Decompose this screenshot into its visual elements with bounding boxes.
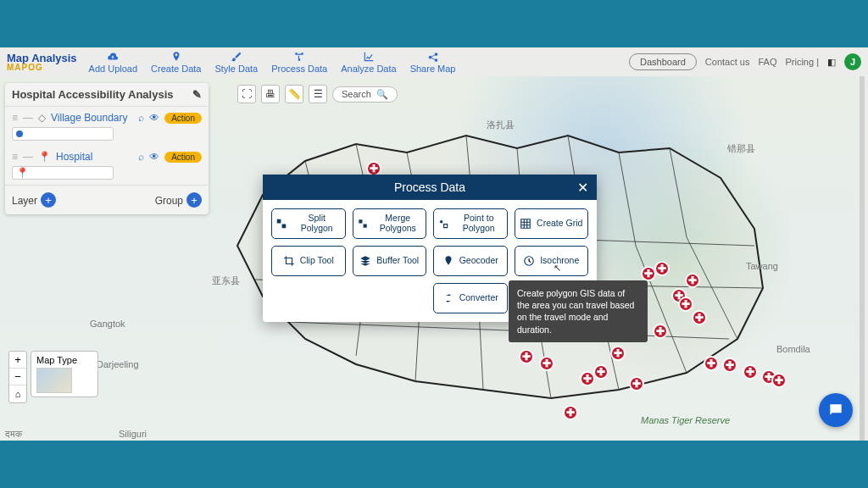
share-icon [427, 51, 439, 63]
cloud-upload-icon [107, 51, 119, 63]
collapse-icon[interactable]: — [23, 151, 33, 163]
hospital-marker[interactable] [563, 405, 578, 420]
layer-name[interactable]: Hospital [56, 151, 133, 163]
drag-handle-icon[interactable]: ≡ [12, 112, 18, 124]
share-map-button[interactable]: Share Map [410, 51, 456, 74]
dashboard-button[interactable]: Dashboard [629, 53, 697, 70]
hospital-marker[interactable] [692, 310, 707, 325]
visibility-icon[interactable]: 👁 [149, 151, 159, 163]
app-logo: Map Analysis MAPOG [7, 53, 77, 72]
reset-view-button[interactable]: ⌂ [9, 385, 26, 402]
layer-swatch[interactable] [12, 127, 114, 141]
label-reserve: Manas Tiger Reserve [641, 415, 730, 425]
label-cn2: 洛扎县 [487, 119, 515, 131]
cube-icon[interactable]: ◧ [827, 57, 836, 68]
style-data-button[interactable]: Style Data [214, 51, 258, 74]
hospital-marker[interactable] [685, 273, 700, 288]
tool-clip[interactable]: Clip Tool [271, 246, 346, 276]
analyze-data-button[interactable]: Analyze Data [341, 51, 396, 74]
layer-hospital: ≡ — 📍 Hospital ⌕ 👁 Action 📍 [5, 146, 209, 185]
label-darjeeling: Darjeeling [97, 359, 139, 369]
layer-action-button[interactable]: Action [164, 152, 202, 163]
map-type-picker[interactable]: Map Type [31, 351, 98, 397]
layer-swatch[interactable]: 📍 [12, 166, 114, 180]
polygon-icon: ◇ [38, 112, 46, 124]
header-right-links: Contact us FAQ Pricing | ◧ J [705, 53, 861, 70]
footer-group-label: Group+ [155, 192, 202, 208]
hospital-marker[interactable] [610, 346, 626, 361]
tool-converter[interactable]: Converter [433, 283, 508, 313]
zoom-out-button[interactable]: − [9, 369, 26, 385]
hospital-marker[interactable] [771, 373, 787, 388]
tool-geocoder[interactable]: Geocoder [433, 246, 508, 276]
label-tawang: Tawang [746, 261, 778, 271]
hospital-marker[interactable] [743, 364, 758, 380]
avatar[interactable]: J [844, 53, 861, 70]
create-data-button[interactable]: Create Data [151, 51, 201, 74]
label-gangtok: Gangtok [90, 319, 125, 329]
ruler-icon[interactable]: ☰ [309, 85, 327, 103]
hospital-marker[interactable] [593, 364, 609, 380]
logo-line2: MAPOG [7, 64, 77, 72]
tool-isochrone[interactable]: Isochrone [515, 246, 589, 276]
zoom-in-button[interactable]: + [9, 352, 26, 369]
maptype-label: Map Type [36, 355, 77, 365]
fullscreen-icon[interactable]: ⛶ [237, 85, 256, 103]
edit-title-icon[interactable]: ✎ [192, 88, 202, 101]
top-toolbar: Map Analysis MAPOG Add Upload Create Dat… [0, 47, 868, 76]
layer-name[interactable]: Village Boundary [51, 112, 133, 124]
tool-create-grid[interactable]: Create Grid [515, 208, 589, 239]
toolbar-items: Add Upload Create Data Style Data Proces… [89, 51, 456, 74]
layer-village-boundary: ≡ — ◇ Village Boundary ⌕ 👁 Action [5, 107, 209, 146]
search-icon: 🔍 [376, 89, 388, 100]
layer-action-button[interactable]: Action [164, 113, 202, 124]
label-siliguri: Siliguri [119, 429, 147, 439]
hospital-marker[interactable] [678, 297, 693, 312]
search-input[interactable]: Search 🔍 [332, 86, 398, 103]
hospital-marker[interactable] [519, 349, 534, 364]
svg-point-0 [440, 220, 443, 224]
pricing-link[interactable]: Pricing | [785, 57, 819, 67]
label-cn1: 亚东县 [212, 274, 240, 287]
panel-title: Hospital Accessibility Analysis [12, 88, 174, 101]
zoom-to-icon[interactable]: ⌕ [138, 112, 144, 124]
add-group-button[interactable]: + [186, 192, 202, 208]
print-icon[interactable]: 🖶 [261, 85, 280, 103]
visibility-icon[interactable]: 👁 [149, 112, 159, 124]
measure-icon[interactable]: 📏 [285, 85, 303, 103]
tool-point-to-polygon[interactable]: Point to Polygon [433, 208, 508, 239]
hospital-marker[interactable] [722, 358, 737, 373]
isochrone-tooltip: Create polygon GIS data of the area you … [509, 280, 648, 342]
nodes-icon [293, 51, 305, 63]
chat-icon [827, 402, 844, 419]
hospital-marker[interactable] [629, 376, 644, 391]
contact-link[interactable]: Contact us [705, 57, 750, 67]
map-quickbar: ⛶ 🖶 📏 ☰ Search 🔍 [237, 85, 398, 103]
collapse-icon[interactable]: — [23, 112, 33, 124]
pin-icon [170, 51, 182, 63]
label-damak: दमक [5, 429, 22, 440]
close-icon[interactable]: ✕ [577, 180, 588, 196]
hospital-marker[interactable] [654, 261, 670, 276]
search-placeholder: Search [342, 89, 371, 99]
add-upload-button[interactable]: Add Upload [89, 51, 138, 74]
add-layer-button[interactable]: + [41, 192, 56, 208]
label-bomdila: Bomdila [776, 344, 810, 354]
hospital-marker[interactable] [704, 356, 719, 371]
point-icon: 📍 [38, 151, 51, 163]
tool-merge-polygons[interactable]: Merge Polygons [353, 208, 427, 239]
hospital-marker[interactable] [539, 356, 554, 371]
chat-button[interactable] [819, 393, 853, 427]
zoom-to-icon[interactable]: ⌕ [138, 151, 144, 163]
basemap-thumb [36, 368, 72, 393]
faq-link[interactable]: FAQ [758, 57, 776, 67]
brush-icon [231, 51, 242, 63]
tool-buffer[interactable]: Buffer Tool [353, 246, 427, 276]
layers-panel: Hospital Accessibility Analysis ✎ ≡ — ◇ … [5, 83, 209, 214]
tool-split-polygon[interactable]: Split Polygon [271, 208, 346, 239]
process-data-button[interactable]: Process Data [271, 51, 327, 74]
drag-handle-icon[interactable]: ≡ [12, 151, 18, 163]
cursor-pointer-icon: ↖ [554, 263, 561, 274]
hospital-marker[interactable] [653, 324, 668, 339]
zoom-control: + − ⌂ [8, 351, 27, 403]
